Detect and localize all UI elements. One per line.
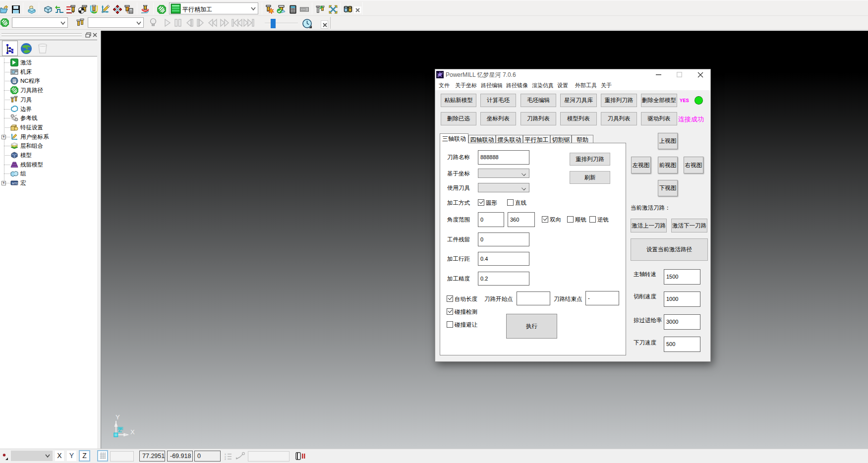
- svg-text:Y: Y: [116, 413, 120, 421]
- svg-text:MTD: MTD: [12, 182, 18, 185]
- svg-text:X: X: [130, 428, 135, 436]
- svg-text:z: z: [225, 458, 226, 461]
